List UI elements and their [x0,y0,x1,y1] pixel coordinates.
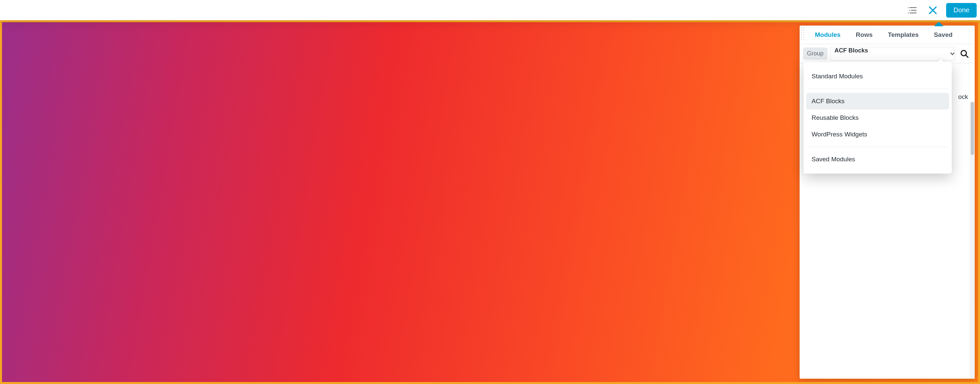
panel-tabs: Modules Rows Templates Saved [800,25,975,44]
svg-line-9 [966,55,968,57]
topbar: Done [0,0,980,20]
module-item-partial: ock [958,93,968,101]
svg-point-0 [908,7,908,8]
group-filter-row: Group ACF Blocks [800,44,975,63]
group-option-saved-modules[interactable]: Saved Modules [806,151,949,168]
group-option-reusable-blocks[interactable]: Reusable Blocks [806,109,949,126]
group-dropdown: Standard Modules ACF Blocks Reusable Blo… [803,62,952,174]
tab-rows[interactable]: Rows [856,31,873,38]
panel-scrollbar[interactable] [970,102,975,379]
editor-canvas[interactable]: Modules Rows Templates Saved Group ACF B… [0,20,980,384]
tab-templates[interactable]: Templates [888,31,919,38]
panel-body: ock Standard Modules ACF Blocks Reusable… [800,63,975,379]
panel-scrollbar-thumb[interactable] [971,102,974,155]
done-button[interactable]: Done [946,3,977,17]
group-option-acf-blocks[interactable]: ACF Blocks [806,93,949,109]
svg-point-4 [908,12,908,13]
dropdown-separator [808,147,948,147]
outline-tree-icon[interactable] [905,3,920,17]
group-chip: Group [803,48,827,60]
content-panel: Modules Rows Templates Saved Group ACF B… [800,25,975,379]
group-option-standard-modules[interactable]: Standard Modules [806,68,949,85]
close-icon[interactable] [926,3,940,17]
search-icon[interactable] [958,47,971,61]
tab-saved[interactable]: Saved [934,31,953,38]
tab-modules[interactable]: Modules [815,31,840,38]
group-select[interactable]: ACF Blocks [830,47,955,61]
drag-handle-icon[interactable] [801,27,806,42]
group-selected-value: ACF Blocks [835,47,868,54]
svg-point-2 [909,10,910,10]
group-option-wordpress-widgets[interactable]: WordPress Widgets [806,126,949,143]
dropdown-separator [808,89,948,89]
